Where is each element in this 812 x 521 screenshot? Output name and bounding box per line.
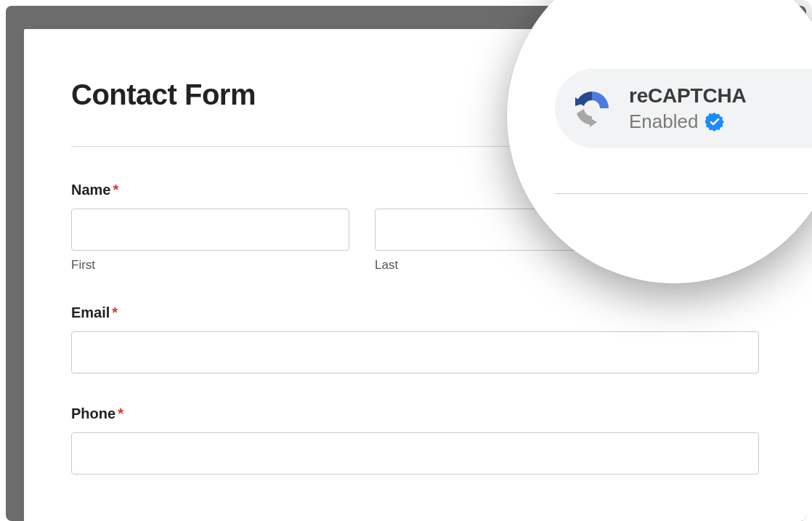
phone-label-text: Phone [71, 405, 115, 421]
verified-badge-icon [705, 113, 724, 132]
recaptcha-badge[interactable]: reCAPTCHA Enabled [555, 68, 812, 148]
zoom-divider [555, 193, 808, 194]
name-required-mark: * [113, 182, 118, 198]
first-name-sublabel: First [71, 258, 349, 272]
first-name-column: First [71, 209, 349, 272]
recaptcha-status-row: Enabled [629, 110, 747, 133]
first-name-input[interactable] [71, 209, 349, 251]
email-label-text: Email [71, 304, 110, 320]
recaptcha-status: Enabled [629, 110, 698, 133]
recaptcha-text: reCAPTCHA Enabled [629, 84, 747, 134]
phone-required-mark: * [118, 405, 123, 421]
phone-field-block: Phone* [71, 405, 759, 474]
email-input[interactable] [71, 331, 759, 373]
name-label-text: Name [71, 182, 110, 198]
recaptcha-title: reCAPTCHA [629, 84, 747, 108]
outer-frame: Contact Form Name* First Last [0, 0, 812, 521]
email-field-block: Email* [71, 304, 759, 373]
phone-label: Phone* [71, 405, 759, 422]
svg-marker-1 [590, 118, 597, 127]
phone-input[interactable] [71, 432, 759, 474]
email-label: Email* [71, 304, 759, 321]
email-required-mark: * [112, 304, 118, 320]
recaptcha-icon [571, 87, 613, 129]
